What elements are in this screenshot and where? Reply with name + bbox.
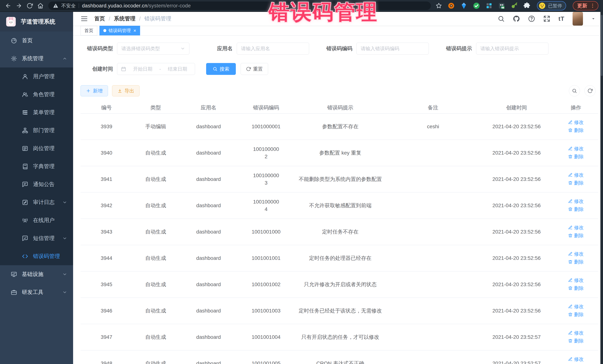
sidebar-item-3[interactable]: 角色管理 [0,86,73,103]
edit-link[interactable]: 修改 [568,355,584,363]
app-filter-input[interactable] [237,43,309,55]
date-range-picker[interactable]: 开始日期 - 结束日期 [117,63,195,75]
date-filter-label: 创建时间 [81,66,113,72]
sidebar-item-8[interactable]: 通知公告 [0,175,73,193]
edit-link[interactable]: 修改 [568,171,584,179]
close-icon[interactable]: × [133,28,136,33]
code-filter-input[interactable] [356,43,429,55]
delete-link[interactable]: 删除 [568,337,584,344]
delete-link[interactable]: 删除 [568,311,584,318]
cell-app: dashboard [179,219,238,245]
sidebar-item-13[interactable]: 基础设施 [0,265,73,283]
cell-id: 3944 [81,245,132,271]
browser-profile-chip[interactable]: 已暂停 [537,1,566,10]
cell-time: 2021-04-20 23:52:57 [479,324,554,350]
sidebar-item-14[interactable]: 研发工具 [0,283,73,301]
cell-hint: CRON 表达式不正确 [294,350,387,364]
toggle-search-button[interactable] [569,85,580,96]
cell-app: dashboard [179,271,238,298]
cell-hint: 参数配置 key 重复 [294,140,387,166]
delete-link[interactable]: 删除 [568,206,584,213]
fullscreen-icon[interactable] [543,15,550,22]
column-header-4: 错误码提示 [294,102,387,113]
edit-link[interactable]: 修改 [568,329,584,337]
browser-update-button[interactable]: 更新 [573,1,598,10]
delete-link[interactable]: 删除 [568,232,584,239]
location-extension-icon[interactable] [460,2,468,10]
puzzle-extensions-icon[interactable] [523,2,531,10]
user-avatar[interactable] [573,12,583,26]
caret-down-icon[interactable] [591,16,596,21]
chevron-down-icon [62,236,67,241]
sidebar-item-11[interactable]: 短信管理 [0,229,73,247]
scrollbar[interactable] [600,0,603,364]
search-icon[interactable] [498,15,505,22]
grid-extension-icon[interactable] [485,2,493,10]
search-button[interactable]: 搜索 [206,63,236,75]
edit-link[interactable]: 修改 [568,303,584,310]
sidebar-item-7[interactable]: 字典管理 [0,157,73,175]
edit-link[interactable]: 修改 [568,224,584,231]
export-button[interactable]: 导出 [112,85,139,96]
sidebar-item-1[interactable]: 系统管理 [0,49,73,67]
menu-dots-icon[interactable] [590,3,595,9]
green-check-extension-icon[interactable] [473,2,480,10]
reset-button[interactable]: 重置 [241,63,268,75]
sidebar-item-10[interactable]: 在线用户 [0,211,73,229]
sidebar-item-2[interactable]: 用户管理 [0,67,73,86]
monkey-on-extension-icon[interactable]: on [498,2,505,10]
add-button[interactable]: 新增 [81,85,108,96]
edit-link[interactable]: 修改 [568,276,584,284]
delete-icon [568,286,573,290]
sidebar-item-4[interactable]: 菜单管理 [0,103,73,121]
cell-remark [387,166,479,192]
message-icon [22,181,28,188]
edit-link[interactable]: 修改 [568,198,584,205]
date-separator: - [159,66,161,72]
sidebar-item-9[interactable]: 审计日志 [0,193,73,211]
online-icon [22,217,28,223]
address-bar[interactable]: 不安全 dashboard.yudao.iocoder.cn/system/er… [48,1,431,10]
delete-link[interactable]: 删除 [568,127,584,134]
delete-link[interactable]: 删除 [568,153,584,160]
tag-0[interactable]: 首页 [81,26,97,35]
hint-filter-input[interactable] [476,43,548,55]
column-header-7: 操作 [554,102,598,113]
edit-link[interactable]: 修改 [568,250,584,258]
tag-1[interactable]: 错误码管理× [99,26,140,35]
edit-link[interactable]: 修改 [568,119,584,126]
dashboard-icon [11,37,17,44]
home-button[interactable] [36,2,45,10]
breadcrumb-item-2: 错误码管理 [144,15,171,22]
refresh-table-button[interactable] [584,85,596,96]
edit-icon [568,120,573,124]
sidebar-logo[interactable]: 芋道管理系统 [0,12,73,32]
sidebar-item-5[interactable]: 部门管理 [0,121,73,139]
scrollbar-thumb[interactable] [601,15,603,76]
back-button[interactable] [4,2,12,10]
type-filter-select[interactable]: 请选择错误码类型 [117,43,189,55]
orange-extension-icon[interactable] [448,2,455,10]
breadcrumb-item-0[interactable]: 首页 [94,15,105,22]
font-size-icon[interactable]: tT [558,15,564,22]
hamburger-icon[interactable] [81,15,88,22]
cell-actions: 修改删除 [554,219,598,245]
delete-link[interactable]: 删除 [568,285,584,292]
reload-button[interactable] [26,2,34,10]
delete-link[interactable]: 删除 [568,179,584,187]
edit-link[interactable]: 修改 [568,145,584,152]
breadcrumb-item-1[interactable]: 系统管理 [114,15,135,22]
user-icon [22,73,28,80]
sidebar-item-6[interactable]: 岗位管理 [0,139,73,157]
github-icon[interactable] [513,15,520,22]
delete-link[interactable]: 删除 [568,258,584,265]
bookmark-star-icon[interactable] [436,3,442,9]
sidebar-item-0[interactable]: 首页 [0,32,73,49]
help-icon[interactable] [528,15,535,22]
sidebar-item-12[interactable]: 错误码管理 [0,247,73,265]
green-key-extension-icon[interactable] [510,2,518,10]
forward-button[interactable] [15,2,23,10]
cell-id: 3941 [81,166,132,192]
cell-code: 1001000004 [238,192,294,219]
code-icon [22,253,28,259]
